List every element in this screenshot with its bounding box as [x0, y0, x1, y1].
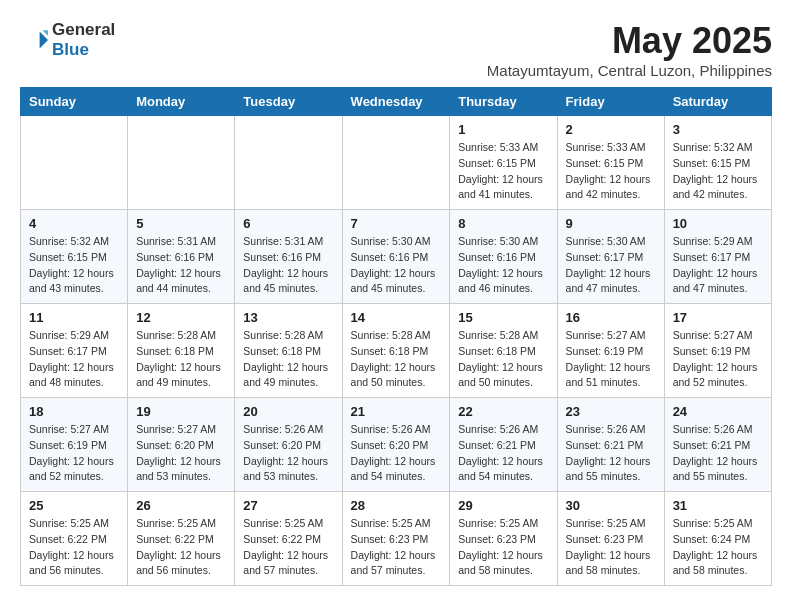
day-info: Sunrise: 5:26 AM Sunset: 6:20 PM Dayligh…: [243, 422, 333, 485]
calendar-cell: 4Sunrise: 5:32 AM Sunset: 6:15 PM Daylig…: [21, 210, 128, 304]
calendar-cell: 31Sunrise: 5:25 AM Sunset: 6:24 PM Dayli…: [664, 492, 771, 586]
calendar-week-row: 1Sunrise: 5:33 AM Sunset: 6:15 PM Daylig…: [21, 116, 772, 210]
weekday-header-monday: Monday: [128, 88, 235, 116]
logo-text: General Blue: [52, 20, 115, 61]
calendar-cell: 24Sunrise: 5:26 AM Sunset: 6:21 PM Dayli…: [664, 398, 771, 492]
day-info: Sunrise: 5:25 AM Sunset: 6:24 PM Dayligh…: [673, 516, 763, 579]
day-info: Sunrise: 5:26 AM Sunset: 6:21 PM Dayligh…: [458, 422, 548, 485]
day-number: 27: [243, 498, 333, 513]
day-info: Sunrise: 5:32 AM Sunset: 6:15 PM Dayligh…: [673, 140, 763, 203]
day-number: 21: [351, 404, 442, 419]
day-info: Sunrise: 5:25 AM Sunset: 6:22 PM Dayligh…: [136, 516, 226, 579]
location-subtitle: Matayumtayum, Central Luzon, Philippines: [487, 62, 772, 79]
calendar-cell: 17Sunrise: 5:27 AM Sunset: 6:19 PM Dayli…: [664, 304, 771, 398]
day-info: Sunrise: 5:31 AM Sunset: 6:16 PM Dayligh…: [243, 234, 333, 297]
calendar-cell: [21, 116, 128, 210]
calendar-cell: [342, 116, 450, 210]
calendar-cell: 20Sunrise: 5:26 AM Sunset: 6:20 PM Dayli…: [235, 398, 342, 492]
calendar-cell: 18Sunrise: 5:27 AM Sunset: 6:19 PM Dayli…: [21, 398, 128, 492]
calendar-cell: 12Sunrise: 5:28 AM Sunset: 6:18 PM Dayli…: [128, 304, 235, 398]
logo-blue: Blue: [52, 40, 115, 60]
day-info: Sunrise: 5:25 AM Sunset: 6:23 PM Dayligh…: [566, 516, 656, 579]
day-info: Sunrise: 5:33 AM Sunset: 6:15 PM Dayligh…: [566, 140, 656, 203]
day-info: Sunrise: 5:28 AM Sunset: 6:18 PM Dayligh…: [351, 328, 442, 391]
calendar-cell: 29Sunrise: 5:25 AM Sunset: 6:23 PM Dayli…: [450, 492, 557, 586]
calendar-cell: 26Sunrise: 5:25 AM Sunset: 6:22 PM Dayli…: [128, 492, 235, 586]
day-number: 1: [458, 122, 548, 137]
day-number: 7: [351, 216, 442, 231]
day-number: 26: [136, 498, 226, 513]
calendar-cell: 22Sunrise: 5:26 AM Sunset: 6:21 PM Dayli…: [450, 398, 557, 492]
calendar-cell: 28Sunrise: 5:25 AM Sunset: 6:23 PM Dayli…: [342, 492, 450, 586]
day-info: Sunrise: 5:30 AM Sunset: 6:16 PM Dayligh…: [351, 234, 442, 297]
day-info: Sunrise: 5:25 AM Sunset: 6:23 PM Dayligh…: [351, 516, 442, 579]
day-number: 15: [458, 310, 548, 325]
month-year-title: May 2025: [487, 20, 772, 62]
day-info: Sunrise: 5:25 AM Sunset: 6:22 PM Dayligh…: [243, 516, 333, 579]
calendar-cell: 19Sunrise: 5:27 AM Sunset: 6:20 PM Dayli…: [128, 398, 235, 492]
day-number: 6: [243, 216, 333, 231]
calendar-cell: 13Sunrise: 5:28 AM Sunset: 6:18 PM Dayli…: [235, 304, 342, 398]
calendar-cell: 16Sunrise: 5:27 AM Sunset: 6:19 PM Dayli…: [557, 304, 664, 398]
day-number: 18: [29, 404, 119, 419]
weekday-header-wednesday: Wednesday: [342, 88, 450, 116]
day-number: 4: [29, 216, 119, 231]
day-info: Sunrise: 5:25 AM Sunset: 6:23 PM Dayligh…: [458, 516, 548, 579]
day-info: Sunrise: 5:29 AM Sunset: 6:17 PM Dayligh…: [673, 234, 763, 297]
day-number: 9: [566, 216, 656, 231]
day-info: Sunrise: 5:29 AM Sunset: 6:17 PM Dayligh…: [29, 328, 119, 391]
weekday-header-saturday: Saturday: [664, 88, 771, 116]
calendar-cell: 21Sunrise: 5:26 AM Sunset: 6:20 PM Dayli…: [342, 398, 450, 492]
day-number: 11: [29, 310, 119, 325]
calendar-week-row: 18Sunrise: 5:27 AM Sunset: 6:19 PM Dayli…: [21, 398, 772, 492]
day-number: 14: [351, 310, 442, 325]
day-info: Sunrise: 5:31 AM Sunset: 6:16 PM Dayligh…: [136, 234, 226, 297]
day-number: 23: [566, 404, 656, 419]
day-number: 30: [566, 498, 656, 513]
calendar-cell: 14Sunrise: 5:28 AM Sunset: 6:18 PM Dayli…: [342, 304, 450, 398]
calendar-cell: 5Sunrise: 5:31 AM Sunset: 6:16 PM Daylig…: [128, 210, 235, 304]
calendar-cell: 1Sunrise: 5:33 AM Sunset: 6:15 PM Daylig…: [450, 116, 557, 210]
day-number: 8: [458, 216, 548, 231]
day-info: Sunrise: 5:27 AM Sunset: 6:20 PM Dayligh…: [136, 422, 226, 485]
weekday-header-thursday: Thursday: [450, 88, 557, 116]
day-info: Sunrise: 5:26 AM Sunset: 6:20 PM Dayligh…: [351, 422, 442, 485]
calendar-cell: 8Sunrise: 5:30 AM Sunset: 6:16 PM Daylig…: [450, 210, 557, 304]
day-info: Sunrise: 5:28 AM Sunset: 6:18 PM Dayligh…: [243, 328, 333, 391]
calendar-header-row: SundayMondayTuesdayWednesdayThursdayFrid…: [21, 88, 772, 116]
day-number: 20: [243, 404, 333, 419]
day-number: 28: [351, 498, 442, 513]
day-number: 10: [673, 216, 763, 231]
calendar-cell: [235, 116, 342, 210]
logo-icon: [20, 26, 48, 54]
calendar-cell: 7Sunrise: 5:30 AM Sunset: 6:16 PM Daylig…: [342, 210, 450, 304]
day-info: Sunrise: 5:30 AM Sunset: 6:16 PM Dayligh…: [458, 234, 548, 297]
calendar-cell: 25Sunrise: 5:25 AM Sunset: 6:22 PM Dayli…: [21, 492, 128, 586]
page-header: General Blue May 2025 Matayumtayum, Cent…: [20, 20, 772, 79]
day-number: 19: [136, 404, 226, 419]
calendar-table: SundayMondayTuesdayWednesdayThursdayFrid…: [20, 87, 772, 586]
day-info: Sunrise: 5:28 AM Sunset: 6:18 PM Dayligh…: [136, 328, 226, 391]
calendar-cell: 11Sunrise: 5:29 AM Sunset: 6:17 PM Dayli…: [21, 304, 128, 398]
day-number: 29: [458, 498, 548, 513]
weekday-header-tuesday: Tuesday: [235, 88, 342, 116]
logo: General Blue: [20, 20, 115, 61]
day-info: Sunrise: 5:27 AM Sunset: 6:19 PM Dayligh…: [673, 328, 763, 391]
calendar-week-row: 11Sunrise: 5:29 AM Sunset: 6:17 PM Dayli…: [21, 304, 772, 398]
calendar-cell: 6Sunrise: 5:31 AM Sunset: 6:16 PM Daylig…: [235, 210, 342, 304]
calendar-cell: 15Sunrise: 5:28 AM Sunset: 6:18 PM Dayli…: [450, 304, 557, 398]
day-number: 5: [136, 216, 226, 231]
calendar-cell: 23Sunrise: 5:26 AM Sunset: 6:21 PM Dayli…: [557, 398, 664, 492]
svg-marker-1: [42, 31, 48, 37]
calendar-cell: 27Sunrise: 5:25 AM Sunset: 6:22 PM Dayli…: [235, 492, 342, 586]
day-info: Sunrise: 5:33 AM Sunset: 6:15 PM Dayligh…: [458, 140, 548, 203]
calendar-week-row: 25Sunrise: 5:25 AM Sunset: 6:22 PM Dayli…: [21, 492, 772, 586]
day-number: 16: [566, 310, 656, 325]
weekday-header-sunday: Sunday: [21, 88, 128, 116]
day-number: 17: [673, 310, 763, 325]
calendar-cell: 2Sunrise: 5:33 AM Sunset: 6:15 PM Daylig…: [557, 116, 664, 210]
day-info: Sunrise: 5:26 AM Sunset: 6:21 PM Dayligh…: [566, 422, 656, 485]
day-number: 12: [136, 310, 226, 325]
calendar-cell: 30Sunrise: 5:25 AM Sunset: 6:23 PM Dayli…: [557, 492, 664, 586]
day-info: Sunrise: 5:30 AM Sunset: 6:17 PM Dayligh…: [566, 234, 656, 297]
